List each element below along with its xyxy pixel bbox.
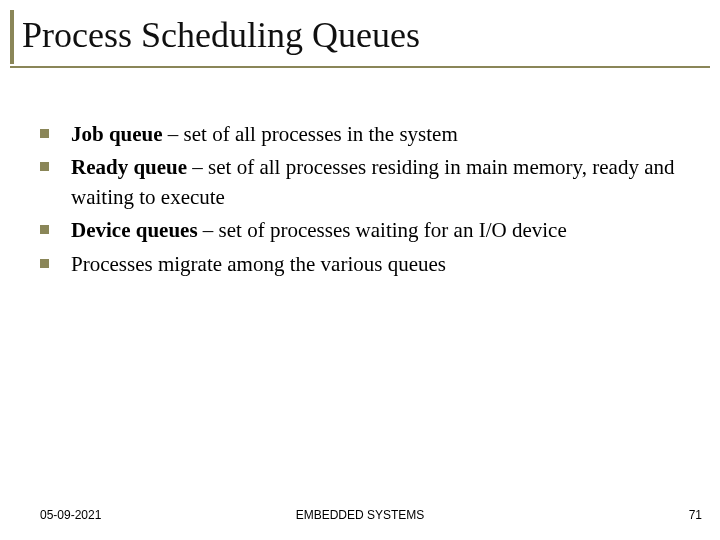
square-bullet-icon: [40, 162, 49, 171]
list-item-text: Job queue – set of all processes in the …: [71, 120, 690, 149]
square-bullet-icon: [40, 129, 49, 138]
title-container: Process Scheduling Queues: [22, 14, 700, 66]
list-item: Device queues – set of processes waiting…: [40, 216, 690, 245]
list-item: Ready queue – set of all processes resid…: [40, 153, 690, 212]
title-underline: [10, 66, 710, 68]
list-item-text: Ready queue – set of all processes resid…: [71, 153, 690, 212]
footer: 05-09-2021 EMBEDDED SYSTEMS 71: [0, 502, 720, 522]
list-item: Job queue – set of all processes in the …: [40, 120, 690, 149]
square-bullet-icon: [40, 259, 49, 268]
bold-term: Ready queue: [71, 155, 187, 179]
footer-page-number: 71: [689, 508, 702, 522]
footer-center: EMBEDDED SYSTEMS: [0, 508, 720, 522]
rest-text: – set of processes waiting for an I/O de…: [198, 218, 567, 242]
rest-text: – set of all processes in the system: [163, 122, 458, 146]
content-area: Job queue – set of all processes in the …: [40, 120, 690, 283]
list-item-text: Processes migrate among the various queu…: [71, 250, 690, 279]
bold-term: Job queue: [71, 122, 163, 146]
square-bullet-icon: [40, 225, 49, 234]
title-accent-bar: [10, 10, 14, 64]
bold-term: Device queues: [71, 218, 198, 242]
list-item-text: Device queues – set of processes waiting…: [71, 216, 690, 245]
rest-text: Processes migrate among the various queu…: [71, 252, 446, 276]
list-item: Processes migrate among the various queu…: [40, 250, 690, 279]
slide-title: Process Scheduling Queues: [22, 14, 700, 66]
